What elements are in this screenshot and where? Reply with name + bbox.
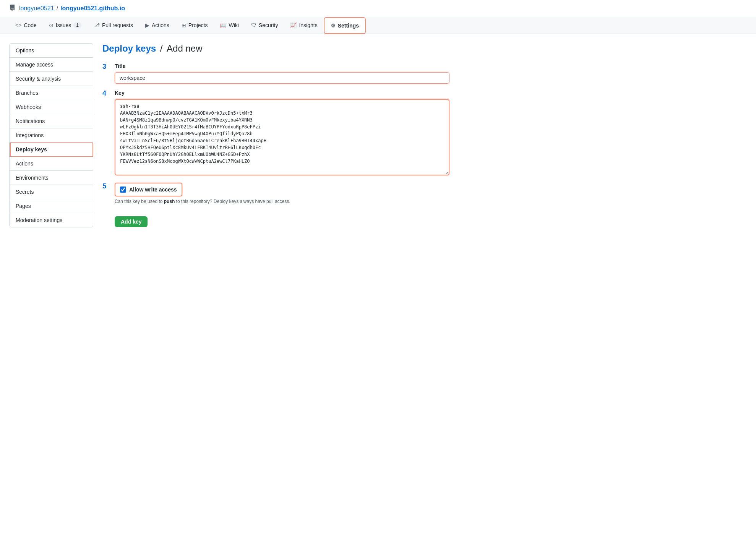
tab-issues-label: Issues	[56, 22, 71, 28]
title-section: 3 Title	[102, 63, 449, 84]
annotation-4: 4	[102, 90, 110, 97]
code-icon: <>	[15, 22, 21, 28]
tab-wiki[interactable]: 📖 Wiki	[214, 18, 245, 34]
tab-settings-label: Settings	[338, 23, 359, 29]
sidebar-deploy-keys-label: Deploy keys	[16, 146, 47, 152]
form-area: Deploy keys / Add new 3 Title 4 Key ssh-…	[102, 43, 449, 227]
sidebar: Options Manage access Security & analysi…	[9, 43, 93, 227]
sidebar-branches-label: Branches	[16, 90, 38, 96]
wiki-icon: 📖	[220, 22, 226, 28]
annotation-5: 5	[102, 183, 110, 190]
key-label: Key	[115, 90, 449, 96]
sidebar-options-label: Options	[16, 47, 34, 54]
sidebar-item-security-analysis[interactable]: Security & analysis	[10, 72, 93, 86]
settings-icon: ⚙	[331, 23, 336, 29]
sidebar-item-options[interactable]: Options	[10, 44, 93, 58]
sidebar-integrations-label: Integrations	[16, 132, 44, 138]
sidebar-item-secrets[interactable]: Secrets	[10, 185, 93, 199]
sidebar-item-webhooks[interactable]: Webhooks	[10, 100, 93, 114]
tab-code-label: Code	[24, 22, 36, 28]
sidebar-item-environments[interactable]: Environments	[10, 171, 93, 185]
sidebar-item-moderation[interactable]: Moderation settings	[10, 213, 93, 227]
allow-write-row: Allow write access	[115, 183, 182, 196]
sidebar-item-integrations[interactable]: Integrations	[10, 128, 93, 143]
deploy-keys-link[interactable]: Deploy keys	[102, 43, 156, 54]
pr-icon: ⎇	[94, 22, 100, 28]
tab-pull-requests[interactable]: ⎇ Pull requests	[88, 18, 139, 34]
sidebar-item-pages[interactable]: Pages	[10, 199, 93, 213]
sidebar-manage-access-label: Manage access	[16, 62, 53, 68]
sidebar-security-analysis-label: Security & analysis	[16, 76, 61, 82]
write-access-desc: Can this key be used to push to this rep…	[115, 199, 449, 204]
tab-insights-label: Insights	[299, 22, 317, 28]
tab-projects-label: Projects	[188, 22, 208, 28]
issues-badge: 1	[73, 22, 81, 28]
sidebar-webhooks-label: Webhooks	[16, 104, 41, 110]
title-label: Title	[115, 63, 449, 69]
tab-code[interactable]: <> Code	[9, 18, 43, 34]
security-icon: 🛡	[251, 22, 256, 28]
sidebar-item-deploy-keys[interactable]: Deploy keys	[10, 143, 93, 157]
tab-actions-label: Actions	[152, 22, 169, 28]
sidebar-item-manage-access[interactable]: Manage access	[10, 58, 93, 72]
write-access-desc-text1: Can this key be used to	[115, 199, 164, 204]
sidebar-actions-label: Actions	[16, 161, 33, 167]
sidebar-moderation-label: Moderation settings	[16, 217, 62, 223]
issues-icon: ⊙	[49, 22, 54, 28]
repo-header: longyue0521 / longyue0521.github.io	[0, 0, 756, 17]
title-input[interactable]	[115, 72, 449, 84]
write-access-desc-text2: to this repository? Deploy keys always h…	[176, 199, 290, 204]
annotation-3: 3	[102, 63, 110, 70]
title-divider: /	[160, 43, 165, 54]
allow-write-label[interactable]: Allow write access	[129, 187, 177, 193]
sidebar-item-branches[interactable]: Branches	[10, 86, 93, 100]
page-title: Deploy keys / Add new	[102, 43, 449, 54]
sidebar-secrets-label: Secrets	[16, 189, 34, 195]
key-textarea[interactable]: ssh-rsa AAAAB3NzaC1yc2EAAAADAQABAAACAQDV…	[115, 99, 449, 175]
allow-write-checkbox[interactable]	[120, 187, 126, 193]
projects-icon: ⊞	[182, 22, 186, 28]
actions-icon: ▶	[145, 22, 149, 28]
sidebar-item-actions[interactable]: Actions	[10, 157, 93, 171]
sidebar-environments-label: Environments	[16, 175, 49, 181]
tab-settings[interactable]: ⚙ Settings	[324, 17, 366, 34]
tab-insights[interactable]: 📈 Insights	[284, 18, 323, 34]
tab-security-label: Security	[259, 22, 278, 28]
main-content: Options Manage access Security & analysi…	[0, 34, 459, 237]
add-key-button[interactable]: Add key	[115, 216, 148, 227]
tab-projects[interactable]: ⊞ Projects	[175, 18, 214, 34]
insights-icon: 📈	[290, 22, 297, 28]
write-access-desc-bold: push	[164, 199, 175, 204]
repo-owner[interactable]: longyue0521	[19, 5, 54, 12]
sidebar-item-notifications[interactable]: Notifications	[10, 114, 93, 128]
key-section: 4 Key ssh-rsa AAAAB3NzaC1yc2EAAAADAQABAA…	[102, 90, 449, 177]
write-access-section: 5 Allow write access Can this key be use…	[102, 183, 449, 204]
nav-tabs: <> Code ⊙ Issues 1 ⎇ Pull requests ▶ Act…	[0, 17, 756, 34]
repo-name[interactable]: longyue0521.github.io	[60, 5, 125, 12]
repo-sep: /	[57, 5, 58, 12]
sidebar-notifications-label: Notifications	[16, 118, 45, 124]
tab-wiki-label: Wiki	[229, 22, 238, 28]
tab-actions[interactable]: ▶ Actions	[139, 18, 175, 34]
sidebar-pages-label: Pages	[16, 203, 31, 209]
repo-icon	[9, 5, 15, 12]
tab-security[interactable]: 🛡 Security	[245, 18, 284, 34]
add-key-section: Add key	[115, 210, 449, 227]
tab-pr-label: Pull requests	[102, 22, 133, 28]
add-new-label: Add new	[167, 43, 202, 54]
tab-issues[interactable]: ⊙ Issues 1	[43, 18, 88, 34]
